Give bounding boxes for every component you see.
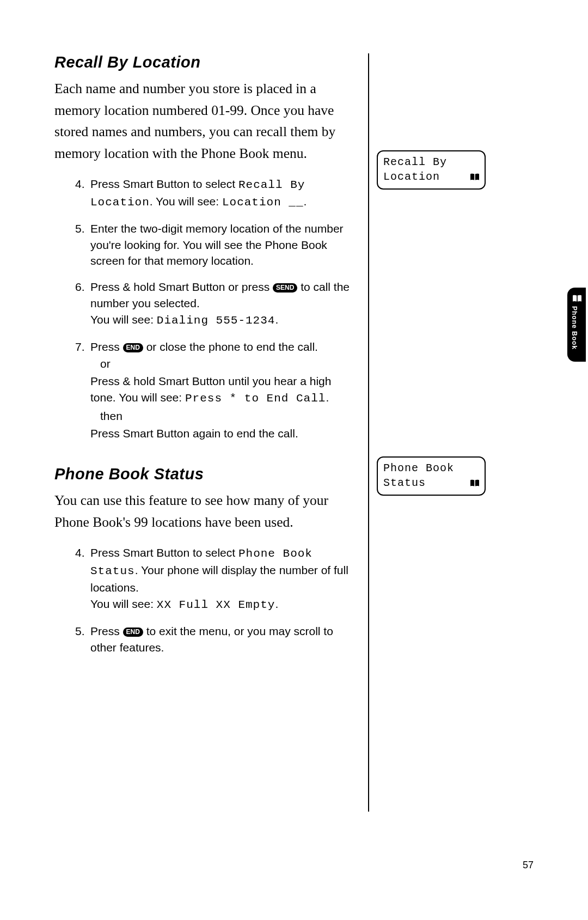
steps-phone-book-status: 4. Press Smart Button to select Phone Bo…: [90, 545, 354, 655]
step-5b: 5. Press END to exit the menu, or you ma…: [90, 623, 354, 656]
screen-phone-book-status: Phone Book Status: [377, 456, 486, 496]
or-label: or: [100, 356, 354, 372]
steps-recall-by-location: 4. Press Smart Button to select Recall B…: [90, 176, 354, 441]
step-4: 4. Press Smart Button to select Recall B…: [90, 176, 354, 211]
intro-recall-by-location: Each name and number you store is placed…: [54, 78, 354, 164]
book-icon: [469, 173, 479, 181]
step-number: 5.: [75, 623, 85, 639]
step-text: Press: [90, 625, 123, 637]
step-text: You will see:: [90, 313, 157, 326]
step-text: or close the phone to end the call.: [143, 340, 318, 353]
heading-phone-book-status: Phone Book Status: [54, 465, 354, 483]
lcd-text: Location __: [222, 196, 304, 209]
book-icon: [469, 479, 479, 488]
step-number: 5.: [75, 221, 85, 237]
step-text: .: [275, 313, 278, 326]
step-text: .: [304, 195, 307, 208]
step-number: 4.: [75, 545, 85, 561]
step-number: 6.: [75, 279, 85, 295]
lcd-text: XX Full XX Empty: [157, 599, 275, 611]
intro-phone-book-status: You can use this feature to see how many…: [54, 490, 354, 533]
step-text: Press Smart Button again to end the call…: [90, 427, 298, 440]
step-7: 7. Press END or close the phone to end t…: [90, 339, 354, 442]
tab-label: Phone Book: [571, 306, 578, 350]
step-6: 6. Press & hold Smart Button or press SE…: [90, 279, 354, 328]
screen-line1: Phone Book: [383, 461, 479, 476]
step-text: Press & hold Smart Button or press: [90, 281, 273, 293]
step-number: 4.: [75, 176, 85, 192]
step-text: . You will see:: [150, 195, 222, 208]
step-text: Press Smart Button to select: [90, 178, 238, 190]
page-number: 57: [523, 860, 534, 871]
step-4b: 4. Press Smart Button to select Phone Bo…: [90, 545, 354, 613]
end-key-icon: END: [123, 343, 143, 352]
step-text: .: [326, 391, 329, 404]
screen-line2: Status: [383, 476, 426, 490]
screen-line1: Recall By: [383, 155, 479, 169]
step-text: Press Smart Button to select: [90, 546, 238, 559]
step-text: Enter the two-digit memory location of t…: [90, 222, 344, 267]
step-text: You will see:: [90, 598, 157, 610]
book-icon: [572, 294, 581, 303]
send-key-icon: SEND: [273, 283, 297, 293]
then-label: then: [100, 408, 354, 424]
lcd-text: Dialing 555-1234: [157, 314, 275, 327]
main-column: Recall By Location Each name and number …: [54, 53, 354, 665]
step-text: .: [275, 598, 278, 610]
side-column: Recall By Location Phone Book Status Pho…: [368, 53, 537, 812]
step-text: Press: [90, 340, 123, 353]
screen-recall-by-location: Recall By Location: [377, 150, 486, 190]
step-number: 7.: [75, 339, 85, 355]
section-tab-phone-book: Phone Book: [567, 288, 586, 362]
heading-recall-by-location: Recall By Location: [54, 53, 354, 71]
screen-line2: Location: [383, 169, 440, 184]
lcd-text: Press * to End Call: [185, 392, 326, 405]
end-key-icon: END: [123, 627, 143, 637]
step-5: 5. Enter the two-digit memory location o…: [90, 221, 354, 269]
